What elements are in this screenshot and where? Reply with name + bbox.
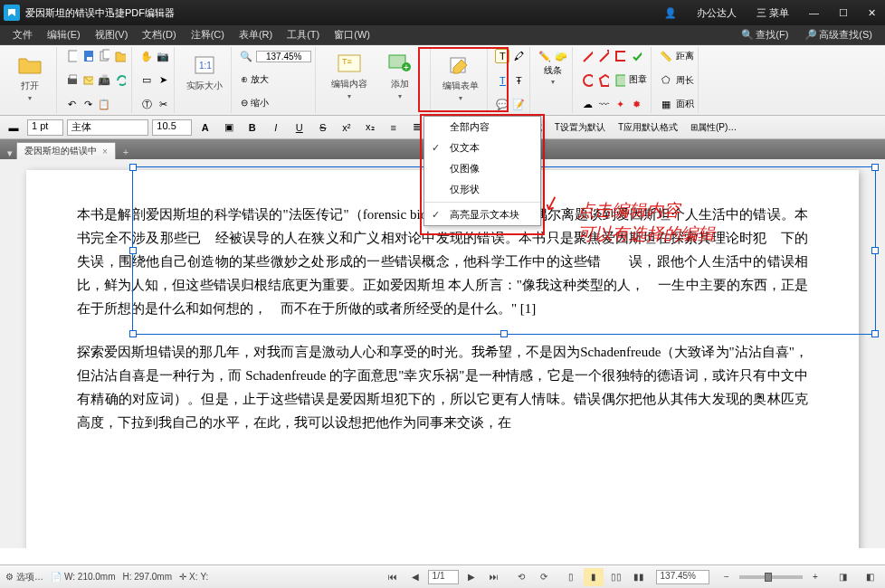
actual-size-button[interactable]: 1:1 实际大小 — [182, 49, 227, 96]
pencil-icon[interactable]: ✏️ — [538, 49, 552, 63]
menu-table[interactable]: 表单(R) — [232, 26, 280, 43]
zoom-in-btn[interactable]: ⊕ 放大 — [239, 71, 271, 88]
undo-icon[interactable]: ↶ — [64, 97, 79, 111]
edit-content-button[interactable]: T≡ 编辑内容 ▾ — [327, 47, 372, 104]
eraser-icon[interactable]: 🧽 — [554, 49, 568, 63]
perimeter-icon[interactable]: ⬠ — [659, 73, 673, 88]
crop-icon[interactable]: ✂ — [156, 97, 170, 111]
nav-fwd-icon[interactable]: ⟳ — [534, 568, 554, 586]
menu-doc[interactable]: 文档(D) — [135, 26, 183, 43]
set-default-button[interactable]: T设置为默认 — [550, 119, 610, 137]
edit-form-button[interactable]: 编辑表单 ▾ — [438, 49, 483, 106]
polygon-icon[interactable] — [596, 73, 611, 88]
menu-window[interactable]: 窗口(W) — [327, 26, 377, 43]
tab-close-icon[interactable]: × — [102, 147, 108, 156]
zoom-slider[interactable] — [739, 575, 803, 579]
underline-icon[interactable]: U — [290, 119, 309, 137]
dropdown-text[interactable]: 仅文本 — [424, 138, 540, 158]
user-label[interactable]: 办公达人 — [691, 5, 742, 22]
zoom-value[interactable]: 137.45% — [256, 51, 311, 62]
highlight-icon[interactable]: 🖍 — [511, 49, 526, 63]
camera-icon[interactable]: 📷 — [156, 49, 170, 63]
note-icon[interactable]: 📝 — [511, 97, 526, 111]
new-icon[interactable] — [64, 49, 79, 63]
next-page-icon[interactable]: ▶ — [462, 568, 481, 586]
distance-icon[interactable]: 📏 — [659, 49, 673, 63]
dock-left-icon[interactable]: ◨ — [833, 568, 852, 586]
menu-annot[interactable]: 注释(C) — [184, 26, 232, 43]
highlight-color-icon[interactable]: ▣ — [219, 119, 239, 137]
apply-default-button[interactable]: T应用默认格式 — [614, 119, 682, 137]
adv-find-button[interactable]: 🔎高级查找(S) — [797, 26, 880, 43]
last-page-icon[interactable]: ⏭ — [484, 568, 504, 586]
continuous-icon[interactable]: ▮ — [584, 568, 604, 586]
paragraph-2[interactable]: 探索爱因斯坦错误的那几年，对我而言是激动人心和享受的时光。我希望，不是因为Sch… — [77, 340, 808, 434]
check-icon[interactable] — [629, 49, 643, 63]
paste-icon[interactable]: 📋 — [97, 97, 111, 111]
dropdown-all[interactable]: 全部内容 — [424, 117, 540, 138]
menu-file[interactable]: 文件 — [5, 26, 40, 43]
tab-list-icon[interactable]: ▾ — [4, 147, 16, 159]
font-size-select[interactable]: 10.5 — [152, 119, 191, 136]
folder-small-icon[interactable] — [113, 49, 128, 63]
zoom-select[interactable]: 137.45% — [656, 570, 709, 584]
print-icon[interactable] — [64, 73, 79, 88]
align-left-icon[interactable]: ≡ — [384, 119, 404, 137]
bold-icon[interactable]: B — [243, 119, 262, 137]
prev-page-icon[interactable]: ◀ — [405, 568, 425, 586]
zoom-out-icon[interactable]: 🔍 — [239, 49, 253, 63]
add-button[interactable]: + 添加 ▾ — [377, 47, 423, 104]
star-icon[interactable]: ✦ — [613, 97, 627, 111]
dropdown-image[interactable]: 仅图像 — [424, 158, 540, 179]
maximize-button[interactable]: ☐ — [833, 5, 853, 21]
new-tab-button[interactable]: + — [116, 145, 136, 159]
area-icon[interactable]: ▦ — [659, 97, 673, 111]
menu-edit[interactable]: 编辑(E) — [40, 26, 88, 43]
properties-button[interactable]: ⊞ 属性(P)… — [686, 119, 741, 137]
dropdown-highlight[interactable]: 高亮显示文本块 — [424, 204, 540, 225]
burst-icon[interactable]: ✹ — [629, 97, 643, 111]
line-weight-icon[interactable]: ▬ — [4, 119, 24, 137]
first-page-icon[interactable]: ⏮ — [383, 568, 403, 586]
find-button[interactable]: 🔍查找(F) — [734, 26, 795, 43]
facing-icon[interactable]: ▯▯ — [606, 568, 626, 586]
refresh-icon[interactable] — [113, 73, 128, 88]
page-indicator[interactable]: 1/1 — [428, 570, 459, 584]
nav-back-icon[interactable]: ⟲ — [511, 568, 531, 586]
redo-icon[interactable]: ↷ — [81, 97, 95, 111]
circle-shape-icon[interactable] — [580, 73, 595, 88]
strike-t-icon[interactable]: Ŧ — [511, 73, 526, 88]
callout-icon[interactable]: 💬 — [495, 97, 509, 111]
font-color-icon[interactable]: A — [195, 119, 215, 137]
hand-icon[interactable]: ✋ — [139, 49, 154, 63]
polyline-icon[interactable]: 〰 — [596, 97, 611, 111]
dock-right-icon[interactable]: ◧ — [860, 568, 880, 586]
zoom-minus-icon[interactable]: − — [717, 568, 737, 586]
line-weight-select[interactable]: 1 pt — [27, 119, 63, 136]
options-button[interactable]: ⚙ 选项… — [5, 571, 43, 583]
copy-icon[interactable] — [97, 49, 111, 63]
pointer-icon[interactable]: ➤ — [156, 73, 170, 88]
menu-tool[interactable]: 工具(T) — [280, 26, 327, 43]
minimize-button[interactable]: — — [804, 5, 824, 20]
mail-icon[interactable] — [81, 73, 95, 88]
user-icon[interactable]: 👤 — [659, 5, 682, 21]
superscript-icon[interactable]: x² — [337, 119, 357, 137]
save-icon[interactable] — [81, 49, 95, 63]
single-page-icon[interactable]: ▯ — [561, 568, 581, 586]
font-select[interactable]: 主体 — [67, 119, 148, 136]
zoom-plus-icon[interactable]: + — [805, 568, 825, 586]
continuous-facing-icon[interactable]: ▮▮ — [629, 568, 649, 586]
main-menu-button[interactable]: 三 菜单 — [751, 5, 795, 22]
arrow-shape-icon[interactable] — [596, 49, 611, 63]
pdf-page[interactable]: 本书是解剖爱因斯坦的科学错误的"法医传记"（forensic biography… — [26, 170, 859, 548]
text-box-icon[interactable]: T — [495, 49, 509, 63]
italic-icon[interactable]: I — [266, 119, 286, 137]
subscript-icon[interactable]: x₂ — [360, 119, 380, 137]
rect-shape-icon[interactable] — [613, 49, 627, 63]
image-stamp-icon[interactable] — [613, 73, 627, 88]
underline-t-icon[interactable]: T — [495, 73, 509, 88]
select-icon[interactable]: ▭ — [139, 73, 154, 88]
line-shape-icon[interactable] — [580, 49, 595, 63]
dropdown-shape[interactable]: 仅形状 — [424, 179, 540, 200]
